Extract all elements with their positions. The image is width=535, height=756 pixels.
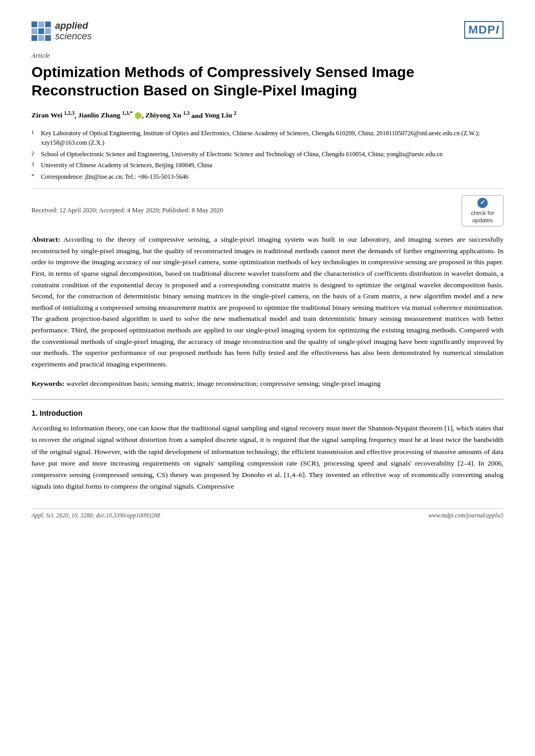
- abstract-label: Abstract:: [31, 235, 60, 243]
- keywords-section: Keywords: wavelet decomposition basis; s…: [31, 378, 504, 390]
- divider-before-intro: [31, 399, 504, 399]
- check-updates-icon: [475, 198, 490, 208]
- aff-text-1: Key Laboratory of Optical Engineering, I…: [41, 128, 504, 148]
- author-jianlin-zhang: Jianlin Zhang 1,3,*: [78, 111, 133, 119]
- aff-num-star: *: [31, 172, 39, 182]
- footer-citation: Appl. Sci. 2020, 10, 3288; doi:10.3390/a…: [31, 512, 160, 519]
- affiliations-block: 1 Key Laboratory of Optical Engineering,…: [31, 128, 504, 182]
- check-updates-badge: check for updates: [462, 195, 504, 227]
- affiliation-2: 2 School of Optoelectronic Science and E…: [31, 149, 504, 159]
- abstract-body: According to the theory of compressive s…: [31, 235, 504, 368]
- abstract-section: Abstract: According to the theory of com…: [31, 234, 504, 370]
- keywords-text: Keywords: wavelet decomposition basis; s…: [31, 378, 504, 390]
- logo-cell: [31, 35, 37, 41]
- aff-text-2: School of Optoelectronic Science and Eng…: [41, 149, 443, 159]
- journal-name-applied: applied: [55, 21, 92, 31]
- authors-line: Ziran Wei 1,2,3, Jianlin Zhang 1,3,* , Z…: [31, 109, 504, 121]
- section-1-title: 1. Introduction: [31, 409, 504, 417]
- logo-cell: [31, 28, 37, 34]
- logo-cell: [45, 28, 51, 34]
- logo-cell: [45, 21, 51, 27]
- keywords-body: wavelet decomposition basis; sensing mat…: [66, 380, 380, 387]
- article-type-label: Article: [31, 51, 504, 60]
- logo-cell: [45, 35, 51, 41]
- logo-cell: [38, 35, 44, 41]
- abstract-text: Abstract: According to the theory of com…: [31, 234, 504, 370]
- logo-cell: [38, 28, 44, 34]
- keywords-label: Keywords:: [31, 380, 65, 387]
- mdpi-logo: MDPI: [464, 21, 504, 39]
- author-ziran-wei: Ziran Wei 1,2,3: [31, 111, 74, 119]
- divider-after-affiliations: [31, 188, 504, 189]
- journal-logo: applied sciences: [31, 21, 92, 42]
- publication-dates: Received: 12 April 2020; Accepted: 4 May…: [31, 207, 223, 214]
- journal-name: applied sciences: [55, 21, 92, 42]
- affiliation-correspondence: * Correspondence: jlin@ioe.ac.cn; Tel.: …: [31, 172, 504, 182]
- article-title: Optimization Methods of Compressively Se…: [31, 63, 504, 100]
- logo-cell: [31, 21, 37, 27]
- author-zhiyong-xu: Zhiyong Xu 1,3: [145, 111, 190, 119]
- orcid-icon: [135, 112, 142, 119]
- author-yong-liu: Yong Liu 2: [204, 111, 236, 119]
- journal-name-sciences: sciences: [55, 31, 92, 42]
- affiliation-3: 3 University of Chinese Academy of Scien…: [31, 160, 504, 170]
- check-updates-line1: check for: [471, 209, 495, 217]
- section-1-paragraph-1: According to information theory, one can…: [31, 423, 504, 493]
- check-updates-line2: updates: [472, 217, 493, 224]
- page-header: applied sciences MDPI: [31, 21, 504, 42]
- dates-row: Received: 12 April 2020; Accepted: 4 May…: [31, 195, 504, 227]
- aff-num-1: 1: [31, 128, 39, 148]
- page-footer: Appl. Sci. 2020, 10, 3288; doi:10.3390/a…: [31, 509, 504, 519]
- aff-text-3: University of Chinese Academy of Science…: [41, 160, 212, 170]
- footer-url: www.mdpi.com/journal/applsci: [428, 512, 504, 519]
- logo-cell: [38, 21, 44, 27]
- check-circle-icon: [477, 198, 488, 208]
- affiliation-1: 1 Key Laboratory of Optical Engineering,…: [31, 128, 504, 148]
- aff-text-correspondence: Correspondence: jlin@ioe.ac.cn; Tel.: +8…: [41, 172, 188, 182]
- aff-num-2: 2: [31, 149, 39, 159]
- aff-num-3: 3: [31, 160, 39, 170]
- logo-grid-icon: [31, 21, 51, 41]
